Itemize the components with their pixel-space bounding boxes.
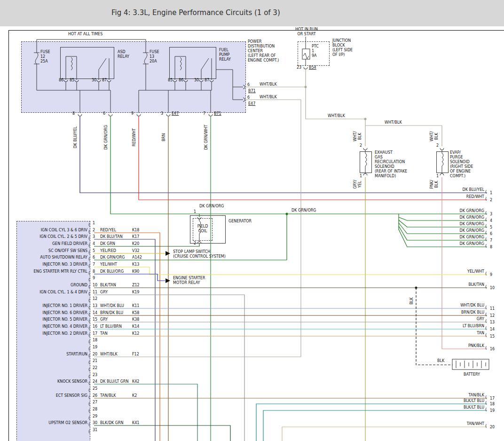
fuse-13-symbol bbox=[143, 53, 149, 90]
wire-dk-blu-tan bbox=[94, 239, 155, 441]
wiring-layer bbox=[0, 0, 504, 441]
structural-wiring bbox=[34, 37, 444, 244]
wire-dk-blu-lt-grn bbox=[94, 384, 197, 441]
wire-yel-wht bbox=[94, 267, 487, 275]
field-coil-symbol bbox=[197, 217, 201, 244]
wire-tan-wht bbox=[282, 427, 487, 441]
wire-dk-blu-yel bbox=[80, 116, 487, 193]
wire-blk-dk-grn bbox=[94, 425, 230, 441]
circuit-wires bbox=[80, 69, 487, 441]
connector-cups bbox=[64, 80, 213, 82]
stop-lamp-arrow bbox=[165, 251, 170, 256]
starter-arrow bbox=[165, 278, 170, 283]
wire-red-yel bbox=[94, 233, 160, 441]
battery-symbol bbox=[452, 359, 489, 370]
wire-wht-blk bbox=[94, 69, 442, 357]
wire-blk-lt-blu bbox=[256, 404, 487, 441]
solenoid-coils bbox=[365, 151, 443, 173]
fuse-12-symbol bbox=[34, 53, 39, 90]
wire-gry-k19 bbox=[94, 295, 244, 441]
branch-arrows bbox=[165, 251, 170, 283]
solenoid-cups bbox=[363, 148, 444, 175]
fuel-pump-relay-symbol bbox=[175, 56, 212, 80]
wire-pnk-blk bbox=[442, 177, 487, 349]
wire-dk-blu-org bbox=[94, 274, 165, 281]
wire-dk-grn bbox=[94, 244, 199, 246]
wire-dk-grn-org bbox=[94, 116, 487, 260]
wire-red-wht bbox=[139, 116, 487, 200]
wire-blk-ground bbox=[416, 288, 452, 365]
